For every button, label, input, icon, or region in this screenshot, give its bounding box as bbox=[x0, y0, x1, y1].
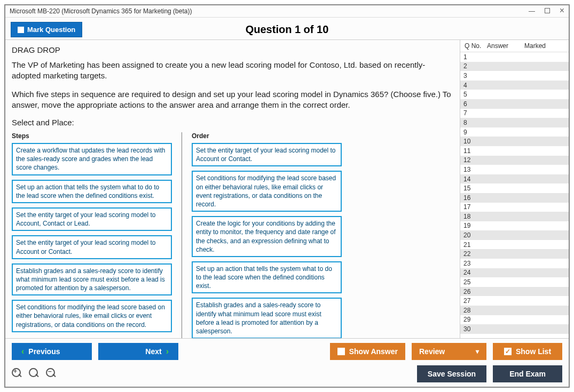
end-exam-button[interactable]: End Exam bbox=[493, 365, 562, 382]
steps-column: Steps Create a workflow that updates the… bbox=[12, 132, 172, 338]
nav-row[interactable]: 6 bbox=[460, 99, 569, 109]
step-item[interactable]: Set the entity target of your lead scori… bbox=[12, 207, 172, 231]
nav-row[interactable]: 24 bbox=[460, 268, 569, 278]
stem-paragraph-2: Which five steps in sequence are require… bbox=[12, 89, 453, 111]
nav-row[interactable]: 4 bbox=[460, 81, 569, 90]
nav-list[interactable]: 1234567891011121314151617181920212223242… bbox=[460, 52, 569, 338]
question-content[interactable]: DRAG DROP The VP of Marketing has been a… bbox=[5, 40, 460, 338]
check-icon: ✓ bbox=[504, 348, 512, 355]
select-and-place-label: Select and Place: bbox=[12, 118, 453, 127]
nav-row[interactable]: 16 bbox=[460, 193, 569, 203]
order-item[interactable]: Set conditions for modifying the lead sc… bbox=[192, 171, 342, 212]
nav-row[interactable]: 30 bbox=[460, 324, 569, 334]
toolbar: Mark Question Question 1 of 10 bbox=[5, 18, 569, 39]
nav-header: Q No. Answer Marked bbox=[460, 40, 569, 52]
zoom-controls: + – Save Session End Exam bbox=[5, 363, 569, 387]
stem-paragraph-1: The VP of Marketing has been assigned to… bbox=[12, 60, 453, 82]
next-label: Next bbox=[145, 347, 161, 356]
nav-row[interactable]: 5 bbox=[460, 90, 569, 99]
end-exam-label: End Exam bbox=[509, 370, 546, 378]
step-item[interactable]: Set the entity target of your lead scori… bbox=[12, 235, 172, 259]
question-nav-panel: Q No. Answer Marked 12345678910111213141… bbox=[460, 40, 569, 338]
next-button[interactable]: Next › bbox=[98, 343, 178, 360]
step-item[interactable]: Set up an action that tells the system w… bbox=[12, 180, 172, 203]
review-label: Review bbox=[419, 347, 445, 356]
order-item[interactable]: Set the entity target of your lead scori… bbox=[192, 143, 342, 166]
nav-row[interactable]: 21 bbox=[460, 240, 569, 250]
nav-row[interactable]: 13 bbox=[460, 165, 569, 174]
nav-col-answer: Answer bbox=[487, 42, 524, 50]
titlebar: Microsoft MB-220 (Microsoft Dynamics 365… bbox=[5, 5, 569, 18]
order-column: Order Set the entity target of your lead… bbox=[182, 132, 342, 338]
nav-row[interactable]: 8 bbox=[460, 118, 569, 127]
nav-row[interactable]: 7 bbox=[460, 109, 569, 118]
steps-header: Steps bbox=[12, 132, 172, 140]
order-item[interactable]: Set up an action that tells the system w… bbox=[192, 261, 342, 294]
nav-row[interactable]: 11 bbox=[460, 146, 569, 156]
window-controls: × bbox=[529, 8, 564, 14]
chevron-down-icon: ▾ bbox=[476, 348, 479, 355]
nav-row[interactable]: 22 bbox=[460, 249, 569, 259]
close-icon[interactable]: × bbox=[560, 8, 564, 14]
drag-drop-layout: Steps Create a workflow that updates the… bbox=[12, 132, 453, 338]
nav-row[interactable]: 27 bbox=[460, 296, 569, 306]
main-area: DRAG DROP The VP of Marketing has been a… bbox=[5, 39, 569, 338]
mark-question-button[interactable]: Mark Question bbox=[11, 22, 82, 37]
nav-row[interactable]: 18 bbox=[460, 212, 569, 221]
save-session-button[interactable]: Save Session bbox=[417, 365, 486, 382]
nav-row[interactable]: 15 bbox=[460, 183, 569, 193]
zoom-reset-icon[interactable] bbox=[29, 368, 41, 380]
step-item[interactable]: Create a workflow that updates the lead … bbox=[12, 143, 172, 175]
nav-row[interactable]: 17 bbox=[460, 203, 569, 212]
step-item[interactable]: Establish grades and a sales-ready score… bbox=[12, 263, 172, 296]
nav-row[interactable]: 14 bbox=[460, 174, 569, 184]
nav-row[interactable]: 9 bbox=[460, 127, 569, 137]
nav-col-marked: Marked bbox=[524, 42, 567, 50]
nav-row[interactable]: 26 bbox=[460, 287, 569, 297]
zoom-out-icon[interactable]: – bbox=[46, 368, 58, 380]
nav-row[interactable]: 1 bbox=[460, 52, 569, 62]
question-type-label: DRAG DROP bbox=[12, 45, 453, 54]
question-header: Question 1 of 10 bbox=[5, 23, 569, 36]
zoom-in-icon[interactable]: + bbox=[12, 368, 23, 380]
nav-row[interactable]: 2 bbox=[460, 62, 569, 71]
nav-row[interactable]: 28 bbox=[460, 306, 569, 315]
order-item[interactable]: Establish grades and a sales-ready score… bbox=[192, 298, 342, 338]
window-title: Microsoft MB-220 (Microsoft Dynamics 365… bbox=[10, 7, 192, 15]
review-button[interactable]: Review ▾ bbox=[412, 343, 486, 360]
minimize-icon[interactable] bbox=[529, 8, 535, 14]
nav-row[interactable]: 19 bbox=[460, 221, 569, 231]
show-answer-button[interactable]: Show Answer bbox=[330, 343, 405, 360]
previous-label: Previous bbox=[28, 347, 60, 356]
nav-row[interactable]: 3 bbox=[460, 71, 569, 81]
order-header: Order bbox=[192, 132, 342, 140]
footer-buttons: ‹ Previous Next › Show Answer Review ▾ ✓… bbox=[5, 338, 569, 363]
nav-row[interactable]: 12 bbox=[460, 156, 569, 165]
nav-row[interactable]: 20 bbox=[460, 230, 569, 240]
show-list-label: Show List bbox=[516, 347, 551, 356]
maximize-icon[interactable] bbox=[545, 8, 550, 13]
nav-row[interactable]: 25 bbox=[460, 277, 569, 287]
show-list-button[interactable]: ✓ Show List bbox=[493, 343, 562, 360]
checkbox-icon bbox=[18, 27, 24, 33]
previous-button[interactable]: ‹ Previous bbox=[12, 343, 92, 360]
question-stem: The VP of Marketing has been assigned to… bbox=[12, 60, 453, 110]
order-item[interactable]: Create the logic for your conditions by … bbox=[192, 216, 342, 257]
square-icon bbox=[337, 348, 345, 355]
show-answer-label: Show Answer bbox=[349, 347, 398, 356]
step-item[interactable]: Set conditions for modifying the lead sc… bbox=[12, 300, 172, 332]
nav-row[interactable]: 23 bbox=[460, 259, 569, 268]
mark-question-label: Mark Question bbox=[27, 26, 75, 34]
chevron-right-icon: › bbox=[166, 347, 169, 356]
nav-col-qno: Q No. bbox=[462, 42, 487, 50]
nav-row[interactable]: 10 bbox=[460, 137, 569, 146]
app-window: Microsoft MB-220 (Microsoft Dynamics 365… bbox=[4, 4, 570, 388]
save-session-label: Save Session bbox=[428, 370, 476, 378]
chevron-left-icon: ‹ bbox=[21, 347, 24, 356]
nav-row[interactable]: 29 bbox=[460, 315, 569, 325]
